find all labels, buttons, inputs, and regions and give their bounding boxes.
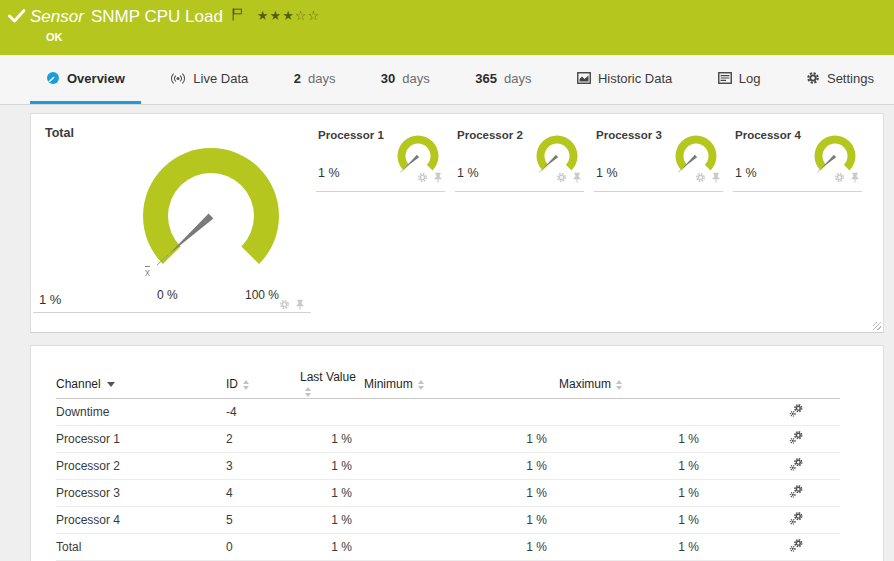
edit-channel-gears-icon[interactable] [789,484,804,502]
cell-minimum: 1 % [364,534,559,561]
table-row-total[interactable]: Total 0 1 % 1 % 1 % [56,534,840,561]
table-row-processor-4[interactable]: Processor 4 5 1 % 1 % 1 % [56,507,840,534]
tab-overview[interactable]: Overview [30,55,141,104]
column-label: ID [226,377,238,391]
edit-channel-gears-icon[interactable] [789,538,804,556]
sensor-page: Sensor SNMP CPU Load ★★★☆☆ OK Overview L… [0,0,894,561]
table-row-processor-2[interactable]: Processor 2 3 1 % 1 % 1 % [56,453,840,480]
channels-panel: Channel ID Last Value Minimum Maximum Do… [30,345,884,561]
tab-historic-data[interactable]: Historic Data [561,55,688,104]
gauge-value: 1 % [318,166,340,180]
tab-settings[interactable]: Settings [790,55,890,104]
gauge-tile-processor-1[interactable]: Processor 1 1 % [316,122,445,192]
gauge-tile-processor-2[interactable]: Processor 2 1 % [455,122,584,192]
gauge-tile-processor-4[interactable]: Processor 4 1 % [733,122,862,192]
gauge-pin-icon[interactable] [433,172,443,183]
cell-maximum: 1 % [559,534,711,561]
tab-label: Live Data [193,71,248,86]
tab-2-days[interactable]: 2 days [278,55,352,104]
tab-log[interactable]: Log [702,55,777,104]
gauge-title: Total [45,126,74,140]
gauge-scale-min: 0 % [157,288,178,302]
table-row-processor-1[interactable]: Processor 1 2 1 % 1 % 1 % [56,426,840,453]
table-row-processor-3[interactable]: Processor 3 4 1 % 1 % 1 % [56,480,840,507]
gauge-tile-total[interactable]: Total x 0 % 100 % 1 % [31,114,311,314]
gauge-icon [46,71,60,85]
gauge-tile-processor-3[interactable]: Processor 3 1 % [594,122,723,192]
tab-live-data[interactable]: Live Data [154,55,264,104]
cell-maximum: 1 % [559,453,711,480]
cell-channel: Processor 2 [56,453,226,480]
column-header-channel[interactable]: Channel [56,370,226,399]
cell-minimum [364,399,559,426]
gauge-value: 1 % [39,292,61,307]
priority-stars[interactable]: ★★★☆☆ [257,8,320,23]
gauge-settings-gear-icon[interactable] [556,172,567,183]
cell-last-value: 1 % [300,480,364,507]
tab-days-suffix: days [504,71,531,86]
tab-365-days[interactable]: 365 days [459,55,547,104]
sort-toggle-icon [418,380,424,390]
gauge-pin-icon[interactable] [850,172,860,183]
sort-toggle-icon [616,380,622,390]
column-header-id[interactable]: ID [226,370,300,399]
cell-maximum: 1 % [559,507,711,534]
gauge-settings-gear-icon[interactable] [834,172,845,183]
panel-resize-handle[interactable] [873,322,881,330]
gauge-pin-icon[interactable] [572,172,582,183]
cell-id: 0 [226,534,300,561]
gauge-settings-gear-icon[interactable] [279,299,290,310]
tab-days-number: 365 [475,71,497,86]
stars-filled-icon[interactable]: ★★★ [257,8,295,23]
tab-label: Historic Data [598,71,672,86]
gauge-title: Processor 2 [457,129,523,141]
gauge-pin-icon[interactable] [295,299,305,310]
cell-id: 2 [226,426,300,453]
tab-label: Log [739,71,761,86]
tab-days-number: 30 [381,71,395,86]
gauge-settings-gear-icon[interactable] [695,172,706,183]
gauge-settings-gear-icon[interactable] [417,172,428,183]
area-chart-icon [577,72,591,84]
cell-last-value [300,399,364,426]
total-gauge-dial [131,136,291,296]
sort-toggle-icon [243,380,249,390]
gauge-value: 1 % [735,166,757,180]
cell-minimum: 1 % [364,480,559,507]
cell-maximum [559,399,711,426]
flag-icon[interactable] [232,8,243,21]
tab-bar: Overview Live Data 2 days 30 days 365 da… [0,55,894,105]
edit-channel-gears-icon[interactable] [789,457,804,475]
cell-last-value: 1 % [300,534,364,561]
gauge-title: Processor 3 [596,129,662,141]
cell-minimum: 1 % [364,426,559,453]
cell-minimum: 1 % [364,507,559,534]
tab-label: Overview [67,71,125,86]
cell-channel: Total [56,534,226,561]
gauge-title: Processor 4 [735,129,801,141]
column-header-maximum[interactable]: Maximum [559,370,711,399]
edit-channel-gears-icon[interactable] [789,511,804,529]
log-list-icon [718,72,732,84]
object-kind-label: Sensor [30,7,84,27]
gear-icon [806,71,820,85]
gauge-pin-icon[interactable] [711,172,721,183]
cell-id: -4 [226,399,300,426]
column-header-minimum[interactable]: Minimum [364,370,559,399]
tab-days-number: 2 [294,71,301,86]
tab-30-days[interactable]: 30 days [365,55,446,104]
cell-minimum: 1 % [364,453,559,480]
sensor-status-header: Sensor SNMP CPU Load ★★★☆☆ OK [0,0,894,55]
mean-marker-label: x [145,267,150,278]
stars-empty-icon[interactable]: ☆☆ [295,8,320,23]
gauge-value: 1 % [596,166,618,180]
table-header-row: Channel ID Last Value Minimum Maximum [56,370,840,399]
column-header-last-value[interactable]: Last Value [300,370,364,399]
table-row-downtime[interactable]: Downtime -4 [56,399,840,426]
cell-channel: Downtime [56,399,226,426]
edit-channel-gears-icon[interactable] [789,430,804,448]
broadcast-icon [170,72,186,85]
cell-last-value: 1 % [300,507,364,534]
edit-channel-gears-icon[interactable] [789,403,804,421]
gauge-value: 1 % [457,166,479,180]
